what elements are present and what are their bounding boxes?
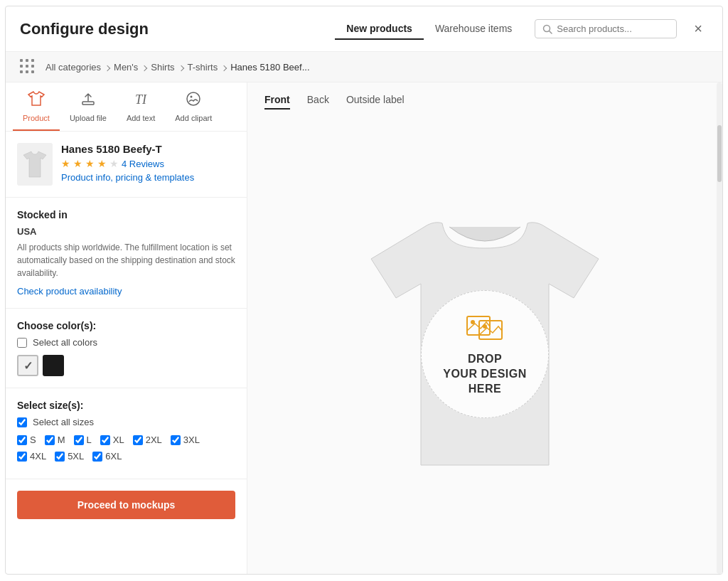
size-item-2xl: 2XL — [133, 435, 162, 445]
select-all-sizes-label: Select all sizes — [33, 417, 94, 427]
toolbar-product[interactable]: Product — [13, 82, 60, 131]
main-content: Product Upload file TI — [6, 82, 722, 574]
breadcrumb: All categories Men's Shirts T-shirts Han… — [6, 52, 722, 82]
scrollbar-thumb — [717, 125, 722, 182]
toolbar-clipart-label: Add clipart — [175, 114, 212, 122]
size-m-checkbox[interactable] — [45, 435, 55, 445]
svg-point-5 — [191, 96, 193, 98]
size-item-4xl: 4XL — [17, 451, 46, 462]
check-availability-link[interactable]: Check product availability — [17, 286, 122, 297]
view-tab-outside-label[interactable]: Outside label — [346, 94, 405, 110]
toolbar-product-label: Product — [23, 114, 50, 122]
size-row-1: S M L XL 2XL 3XL — [17, 435, 235, 445]
size-section-title: Select size(s): — [17, 400, 235, 411]
modal-header: Configure design New products Warehouse … — [6, 6, 722, 52]
stocked-description: All products ship worldwide. The fulfill… — [17, 241, 235, 279]
size-6xl-checkbox[interactable] — [92, 452, 102, 462]
size-item-l: L — [74, 435, 92, 445]
svg-rect-2 — [82, 102, 94, 105]
breadcrumb-current: Hanes 5180 Beef... — [230, 62, 309, 73]
text-icon: TI — [132, 90, 150, 111]
stocked-title: Stocked in — [17, 209, 235, 220]
size-section: Select size(s): Select all sizes S M L X… — [6, 388, 247, 479]
clipart-icon — [184, 90, 203, 111]
drop-zone-icon — [464, 311, 506, 346]
color-section: Choose color(s): Select all colors ✓ — [6, 309, 247, 388]
toolbar-clipart[interactable]: Add clipart — [165, 82, 222, 131]
star-5: ★ — [109, 158, 119, 169]
product-info-section: Hanes 5180 Beefy-T ★ ★ ★ ★ ★ 4 Reviews P… — [6, 132, 247, 198]
size-2xl-checkbox[interactable] — [133, 435, 143, 445]
scrollbar[interactable] — [717, 82, 722, 574]
product-info-link[interactable]: Product info, pricing & templates — [61, 172, 235, 183]
close-button[interactable]: × — [688, 18, 708, 40]
drop-text: DROP YOUR DESIGN HERE — [443, 352, 527, 396]
drop-zone[interactable]: DROP YOUR DESIGN HERE — [421, 290, 549, 418]
breadcrumb-sep-3 — [179, 62, 183, 73]
product-details: Hanes 5180 Beefy-T ★ ★ ★ ★ ★ 4 Reviews P… — [61, 143, 235, 183]
star-4: ★ — [97, 158, 107, 169]
product-thumbnail-image — [22, 149, 48, 180]
view-tabs: Front Back Outside label — [247, 82, 422, 121]
tshirt-svg-container: DROP YOUR DESIGN HERE — [357, 195, 613, 501]
star-3: ★ — [85, 158, 95, 169]
left-panel: Product Upload file TI — [6, 82, 247, 574]
product-thumbnail — [17, 143, 53, 186]
size-item-s: S — [17, 435, 36, 445]
color-swatches: ✓ — [17, 355, 235, 376]
right-panel: Front Back Outside label — [247, 82, 722, 574]
search-input[interactable] — [557, 23, 669, 34]
stocked-location: USA — [17, 226, 235, 237]
stocked-section: Stocked in USA All products ship worldwi… — [6, 198, 247, 309]
view-tab-front[interactable]: Front — [264, 94, 290, 110]
size-xl-checkbox[interactable] — [100, 435, 110, 445]
tshirt-canvas: DROP YOUR DESIGN HERE — [247, 121, 722, 574]
breadcrumb-shirts[interactable]: Shirts — [151, 62, 174, 73]
color-section-title: Choose color(s): — [17, 320, 235, 331]
star-1: ★ — [61, 158, 70, 169]
breadcrumb-tshirts[interactable]: T-shirts — [188, 62, 218, 73]
search-box — [535, 19, 677, 38]
modal-title: Configure design — [20, 20, 335, 38]
size-item-3xl: 3XL — [171, 435, 200, 445]
size-5xl-checkbox[interactable] — [55, 452, 65, 462]
select-all-colors-row: Select all colors — [17, 337, 235, 348]
size-l-checkbox[interactable] — [74, 435, 84, 445]
view-tab-back[interactable]: Back — [307, 94, 329, 110]
breadcrumb-sep-4 — [222, 62, 226, 73]
shirt-icon — [27, 90, 46, 111]
svg-point-4 — [187, 92, 200, 105]
reviews-link[interactable]: 4 Reviews — [122, 159, 164, 169]
size-row-2: 4XL 5XL 6XL — [17, 451, 235, 462]
upload-icon — [79, 90, 97, 111]
size-item-m: M — [45, 435, 65, 445]
breadcrumb-sep-1 — [105, 62, 109, 73]
swatch-check-white: ✓ — [23, 359, 33, 373]
toolbar: Product Upload file TI — [6, 82, 247, 132]
toolbar-upload[interactable]: Upload file — [60, 82, 117, 131]
select-all-sizes-checkbox[interactable] — [17, 417, 27, 427]
toolbar-upload-label: Upload file — [70, 114, 107, 122]
svg-line-1 — [550, 31, 552, 33]
toolbar-text[interactable]: TI Add text — [117, 82, 165, 131]
size-item-xl: XL — [100, 435, 124, 445]
grid-icon — [20, 59, 36, 75]
size-3xl-checkbox[interactable] — [171, 435, 181, 445]
svg-text:TI: TI — [135, 92, 147, 107]
color-swatch-white[interactable]: ✓ — [17, 355, 38, 376]
size-item-6xl: 6XL — [92, 451, 122, 462]
size-item-5xl: 5XL — [55, 451, 84, 462]
breadcrumb-all-categories[interactable]: All categories — [46, 62, 101, 73]
size-4xl-checkbox[interactable] — [17, 452, 27, 462]
toolbar-text-label: Add text — [127, 114, 155, 122]
color-swatch-black[interactable] — [43, 355, 64, 376]
product-name: Hanes 5180 Beefy-T — [61, 143, 235, 155]
proceed-button[interactable]: Proceed to mockups — [17, 491, 235, 519]
tab-new-products[interactable]: New products — [335, 18, 424, 40]
header-tabs: New products Warehouse items — [335, 18, 523, 40]
tab-warehouse-items[interactable]: Warehouse items — [424, 18, 523, 40]
size-s-checkbox[interactable] — [17, 435, 27, 445]
select-all-colors-checkbox[interactable] — [17, 338, 27, 348]
modal-container: Configure design New products Warehouse … — [5, 6, 723, 575]
breadcrumb-mens[interactable]: Men's — [114, 62, 138, 73]
